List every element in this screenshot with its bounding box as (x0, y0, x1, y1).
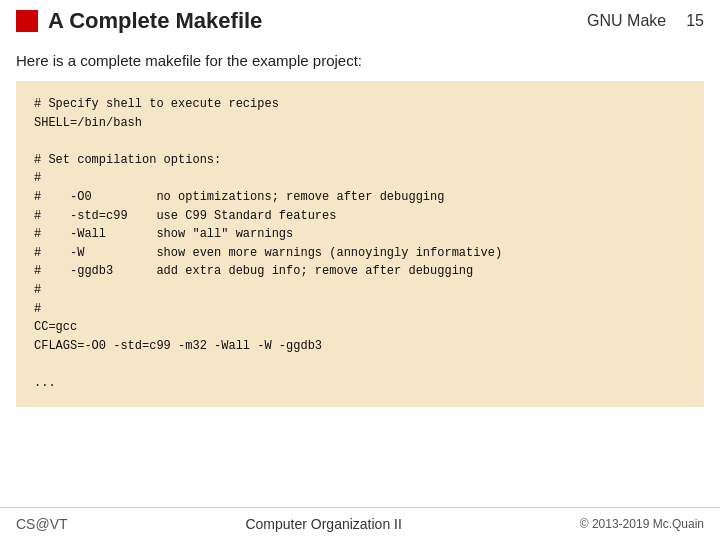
code-line: SHELL=/bin/bash (34, 114, 686, 133)
code-line: # -std=c99 use C99 Standard features (34, 207, 686, 226)
footer: CS@VT Computer Organization II © 2013-20… (0, 507, 720, 540)
footer-center: Computer Organization II (245, 516, 401, 532)
code-line (34, 355, 686, 374)
code-line: # Set compilation options: (34, 151, 686, 170)
code-line: # -W show even more warnings (annoyingly… (34, 244, 686, 263)
page-number: 15 (686, 12, 704, 30)
code-line: # (34, 281, 686, 300)
code-line: # -ggdb3 add extra debug info; remove af… (34, 262, 686, 281)
code-line: # -O0 no optimizations; remove after deb… (34, 188, 686, 207)
page-title: A Complete Makefile (48, 8, 262, 34)
code-block: # Specify shell to execute recipesSHELL=… (16, 81, 704, 407)
code-line: # (34, 300, 686, 319)
footer-right: © 2013-2019 Mc.Quain (580, 517, 704, 531)
code-line: ... (34, 374, 686, 393)
footer-left: CS@VT (16, 516, 68, 532)
code-line (34, 132, 686, 151)
code-line: CC=gcc (34, 318, 686, 337)
code-line: CFLAGS=-O0 -std=c99 -m32 -Wall -W -ggdb3 (34, 337, 686, 356)
red-square-icon (16, 10, 38, 32)
code-line: # -Wall show "all" warnings (34, 225, 686, 244)
code-line: # (34, 169, 686, 188)
header: A Complete Makefile GNU Make 15 (0, 0, 720, 42)
subtitle: Here is a complete makefile for the exam… (0, 42, 720, 77)
code-line: # Specify shell to execute recipes (34, 95, 686, 114)
brand-label: GNU Make (587, 12, 666, 30)
